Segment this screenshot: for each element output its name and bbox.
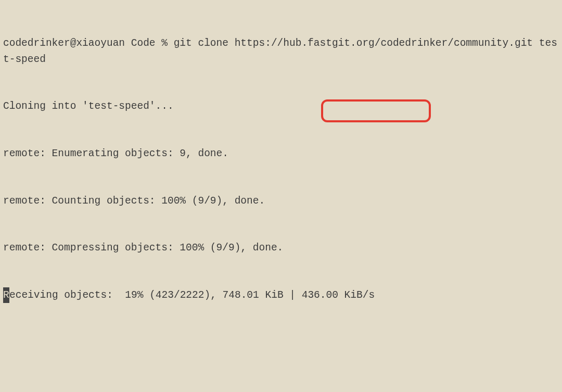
- terminal-output[interactable]: codedrinker@xiaoyuan Code % git clone ht…: [3, 4, 559, 319]
- counting-line: remote: Counting objects: 100% (9/9), do…: [3, 193, 559, 209]
- cloning-line: Cloning into 'test-speed'...: [3, 98, 559, 114]
- compressing-line: remote: Compressing objects: 100% (9/9),…: [3, 240, 559, 256]
- enumerating-line: remote: Enumerating objects: 9, done.: [3, 146, 559, 161]
- receiving-rest: eceiving objects: 19% (423/2222), 748.01…: [9, 289, 375, 301]
- terminal-cursor: R: [3, 287, 9, 303]
- prompt-command-line: codedrinker@xiaoyuan Code % git clone ht…: [3, 35, 559, 67]
- receiving-line: Receiving objects: 19% (423/2222), 748.0…: [3, 287, 559, 303]
